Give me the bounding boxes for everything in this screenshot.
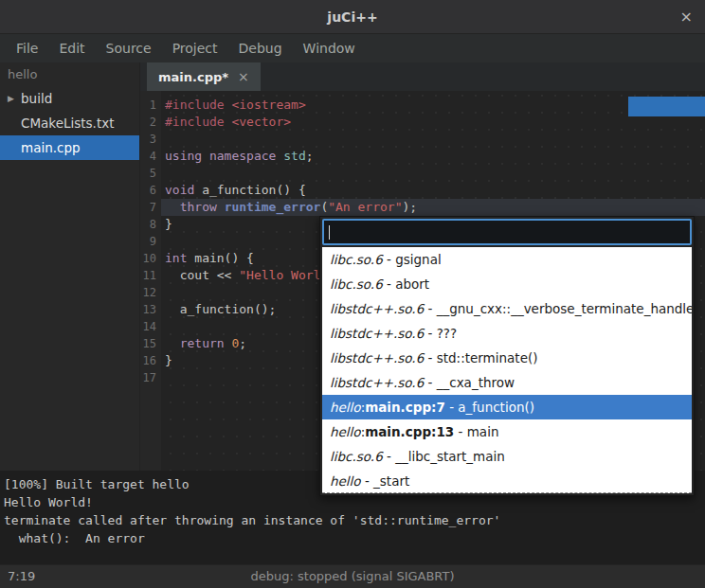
tree-item-cmakelists-txt[interactable]: CMakeLists.txt (0, 111, 139, 135)
line-number: 7 (140, 199, 161, 216)
tree-item-main-cpp[interactable]: main.cpp (0, 135, 139, 160)
line-number: 14 (140, 318, 161, 335)
scroll-position-indicator (628, 97, 705, 116)
stack-list: libc.so.6 - gsignallibc.so.6 - abortlibs… (322, 247, 692, 493)
code-line[interactable]: 4using namespace std; (140, 148, 705, 165)
menu-item-edit[interactable]: Edit (48, 34, 95, 62)
code-line[interactable]: 6void a_function() { (140, 182, 705, 199)
line-number: 9 (140, 233, 161, 250)
stack-frame-item[interactable]: hello:main.cpp:7 - a_function() (322, 395, 692, 419)
stack-frame-item[interactable]: hello:main.cpp:13 - main (322, 419, 692, 444)
menu-item-source[interactable]: Source (96, 34, 162, 62)
line-number: 3 (140, 131, 161, 148)
line-number: 6 (140, 182, 161, 199)
code-text: using namespace std; (161, 148, 705, 165)
expander-arrow-icon[interactable]: ▶ (8, 94, 21, 103)
menu-item-window[interactable]: Window (293, 34, 366, 62)
code-line[interactable]: 5 (140, 165, 705, 182)
tree-item-build[interactable]: ▶build (0, 86, 139, 111)
code-line[interactable]: 3 (140, 131, 705, 148)
line-number: 17 (140, 369, 161, 386)
file-tree: ▶buildCMakeLists.txtmain.cpp (0, 86, 139, 160)
line-number: 13 (140, 301, 161, 318)
line-number: 5 (140, 165, 161, 182)
console-line: what(): An error (4, 529, 701, 547)
line-number: 16 (140, 352, 161, 369)
tree-item-label: main.cpp (21, 140, 81, 155)
window-close-icon[interactable]: × (680, 9, 693, 25)
tree-item-label: build (21, 91, 52, 106)
stack-frame-item[interactable]: libc.so.6 - gsignal (322, 247, 692, 272)
stack-frame-item[interactable]: hello - _start (322, 469, 692, 493)
debug-status-message: debug: stopped (signal SIGABRT) (0, 565, 705, 588)
tab-bar: main.cpp* × (140, 62, 705, 91)
line-number: 8 (140, 216, 161, 233)
code-text (161, 131, 705, 148)
tree-item-label: CMakeLists.txt (21, 116, 115, 131)
stack-frame-item[interactable]: libc.so.6 - abort (322, 272, 692, 296)
code-line[interactable]: 7 throw runtime_error("An error"); (140, 199, 705, 216)
stack-frame-item[interactable]: libstdc++.so.6 - __cxa_throw (322, 370, 692, 395)
code-text: void a_function() { (161, 182, 705, 199)
code-text: throw runtime_error("An error"); (161, 199, 705, 216)
code-line[interactable]: 2#include <vector> (140, 114, 705, 131)
stack-frame-item[interactable]: libstdc++.so.6 - __gnu_cxx::__verbose_te… (322, 296, 692, 321)
stack-frame-item[interactable]: libstdc++.so.6 - std::terminate() (322, 346, 692, 370)
tab-main-cpp[interactable]: main.cpp* × (147, 62, 261, 91)
tab-close-icon[interactable]: × (238, 69, 249, 84)
file-sidebar: hello ▶buildCMakeLists.txtmain.cpp (0, 62, 140, 471)
code-text (161, 165, 705, 182)
line-number: 10 (140, 250, 161, 267)
menu-item-project[interactable]: Project (162, 34, 228, 62)
menu-item-debug[interactable]: Debug (228, 34, 293, 62)
menu-item-file[interactable]: File (6, 34, 48, 62)
status-bar: 7:19 debug: stopped (signal SIGABRT) (0, 564, 705, 588)
line-number: 2 (140, 114, 161, 131)
line-number: 1 (140, 97, 161, 114)
tab-label: main.cpp* (158, 70, 228, 84)
line-number: 11 (140, 267, 161, 284)
code-text: #include <iostream> (161, 97, 705, 114)
code-text: #include <vector> (161, 114, 705, 131)
window-title: juCi++ (327, 9, 377, 25)
stack-frame-item[interactable]: libstdc++.so.6 - ??? (322, 321, 692, 346)
stack-frame-item[interactable]: libc.so.6 - __libc_start_main (322, 444, 692, 469)
stack-search-input[interactable] (322, 219, 692, 245)
console-line: terminate called after throwing an insta… (4, 511, 701, 529)
text-caret (329, 225, 330, 240)
code-line[interactable]: 1#include <iostream> (140, 97, 705, 114)
line-number: 12 (140, 284, 161, 301)
title-bar: juCi++ × (0, 0, 705, 34)
line-number: 15 (140, 335, 161, 352)
line-number: 4 (140, 148, 161, 165)
project-name: hello (0, 62, 139, 86)
menu-bar: FileEditSourceProjectDebugWindow (0, 34, 705, 62)
stack-trace-popup: libc.so.6 - gsignallibc.so.6 - abortlibs… (319, 216, 695, 496)
